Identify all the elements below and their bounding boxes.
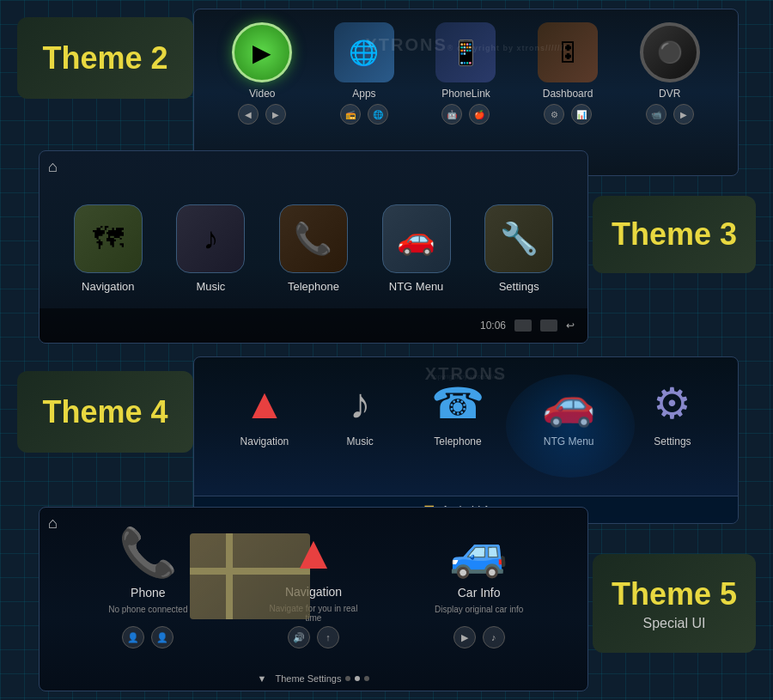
theme3-bottom-bar: 10:06 ↩ <box>40 308 587 343</box>
radio-btn[interactable]: 📻 <box>340 104 361 125</box>
car-icon: 🚗 <box>542 379 595 429</box>
theme2-apps-item[interactable]: 🌐 Apps <box>321 22 407 100</box>
theme5-icons-row: 📞 Phone No phone connected ▲ Navigation … <box>40 508 587 623</box>
phonelink-icon: 📱 <box>435 22 496 82</box>
dvr-icon: ⚫ <box>640 22 700 82</box>
theme2-label: Theme 2 <box>17 17 193 99</box>
dot3 <box>364 676 369 681</box>
arrow-btn[interactable]: ↑ <box>317 626 339 648</box>
theme5-number: 5 <box>720 576 737 612</box>
nav-icon: 🗺 <box>74 204 143 273</box>
theme4-icons-row: ▲ Navigation ♪ Music ☎ Telephone 🚗 NTG M… <box>194 357 738 452</box>
map-road-v <box>226 533 233 619</box>
dot2 <box>355 676 360 681</box>
volume-btn[interactable]: 🔊 <box>288 626 310 648</box>
video-label: Video <box>249 88 275 100</box>
android-btn[interactable]: 🤖 <box>441 104 462 125</box>
set-icon: 🔧 <box>484 204 553 273</box>
tel-label: Telephone <box>288 280 339 293</box>
battery-icon <box>540 320 557 332</box>
theme3-screen: ⌂ 🗺 Navigation ♪ Music 📞 Telephone 🚗 NTG… <box>39 150 588 344</box>
theme2-title: Theme 2 <box>42 40 167 76</box>
theme4-nav-item[interactable]: ▲ Navigation <box>240 379 289 447</box>
theme5-label: Theme 5 Special UI <box>593 554 756 653</box>
apple-btn[interactable]: 🍎 <box>469 104 490 125</box>
home-icon[interactable]: ⌂ <box>48 158 58 176</box>
theme2-sub-controls: ◀ ▶ 📻 🌐 🤖 🍎 ⚙ 📊 📹 ▶ <box>194 104 738 125</box>
theme4-screen: XTRONS copyright by xtrons/////// ▲ Navi… <box>193 356 739 524</box>
phone-label: Phone <box>131 586 165 600</box>
theme3-tel-item[interactable]: 📞 Telephone <box>279 204 348 293</box>
dvr-label: DVR <box>659 88 680 100</box>
theme4-set-item[interactable]: ⚙ Settings <box>653 379 691 447</box>
theme4-title: Theme 4 <box>42 394 167 430</box>
contacts-btn[interactable]: 👤 <box>122 626 144 648</box>
theme5-carinfo-item[interactable]: 🚙 Car Info Display original car info <box>428 525 531 614</box>
theme5-bottom-bar: ▼ Theme Settings <box>40 667 587 691</box>
apps-icon: 🌐 <box>334 22 394 82</box>
theme5-controls-row: 👤 👤 🔊 ↑ ▶ ♪ <box>40 626 587 648</box>
arrow-down-icon: ▼ <box>258 673 267 684</box>
theme2-icons-row: ▶ Video 🌐 Apps 📱 PhoneLink 🎛 Dashboard ⚫… <box>194 9 738 104</box>
theme2-dashboard-item[interactable]: 🎛 Dashboard <box>525 22 611 100</box>
ntg-icon: 🚗 <box>382 204 451 273</box>
theme3-icons-row: 🗺 Navigation ♪ Music 📞 Telephone 🚗 NTG M… <box>40 151 587 306</box>
ntg-label: NTG Menu <box>389 280 444 293</box>
music-label: Music <box>196 280 225 293</box>
signal-icon <box>514 320 532 332</box>
ntg-label: NTG Menu <box>544 435 594 447</box>
apps-label: Apps <box>352 88 375 100</box>
phone-sublabel: No phone connected <box>108 605 187 614</box>
phone-icon: 📞 <box>119 525 178 581</box>
gear-icon: ⚙ <box>653 379 691 429</box>
set-label: Settings <box>499 280 539 293</box>
nav-ctrl-group: 🔊 ↑ <box>288 626 339 648</box>
play-btn[interactable]: ▶ <box>453 626 476 648</box>
theme2-phonelink-item[interactable]: 📱 PhoneLink <box>423 22 508 100</box>
theme4-music-item[interactable]: ♪ Music <box>346 379 373 447</box>
theme3-set-item[interactable]: 🔧 Settings <box>484 204 553 293</box>
chart-btn[interactable]: 📊 <box>571 104 592 125</box>
theme3-label: Theme 3 <box>593 196 756 273</box>
theme5-sublabel: Special UI <box>643 616 706 631</box>
dial-btn[interactable]: 👤 <box>151 626 173 648</box>
back-icon[interactable]: ↩ <box>566 320 575 332</box>
theme3-ntg-item[interactable]: 🚗 NTG Menu <box>382 204 451 293</box>
theme3-nav-item[interactable]: 🗺 Navigation <box>74 204 143 293</box>
prev-btn[interactable]: ◀ <box>238 104 259 125</box>
nav-label: Navigation <box>82 280 134 293</box>
theme3-music-item[interactable]: ♪ Music <box>176 204 245 293</box>
theme5-title: Theme 5 <box>612 576 737 612</box>
phonelink-label: PhoneLink <box>441 88 490 100</box>
play-btn[interactable]: ▶ <box>673 104 694 125</box>
home-icon[interactable]: ⌂ <box>48 514 58 533</box>
carinfo-label: Car Info <box>458 586 501 600</box>
music-btn[interactable]: ♪ <box>483 626 505 648</box>
phone-controls: 🤖 🍎 <box>423 104 508 125</box>
music-note-icon: ♪ <box>350 379 371 429</box>
status-time: 10:06 <box>480 320 506 332</box>
globe-btn[interactable]: 🌐 <box>368 104 388 125</box>
theme-settings-label: Theme Settings <box>275 673 341 684</box>
dash-controls: ⚙ 📊 <box>525 104 611 125</box>
apps-controls: 📻 🌐 <box>321 104 407 125</box>
theme2-dvr-item[interactable]: ⚫ DVR <box>627 22 713 100</box>
tel-icon: 📞 <box>279 204 348 273</box>
theme5-phone-item[interactable]: 📞 Phone No phone connected <box>96 525 199 614</box>
settings-btn[interactable]: ⚙ <box>544 104 564 125</box>
next-btn[interactable]: ▶ <box>265 104 286 125</box>
theme5-screen: ⌂ 📞 Phone No phone connected ▲ Navigatio… <box>39 507 588 691</box>
car-info-icon: 🚙 <box>449 525 508 581</box>
video-icon: ▶ <box>232 22 292 82</box>
theme4-tel-item[interactable]: ☎ Telephone <box>431 379 484 447</box>
music-icon: ♪ <box>176 204 245 273</box>
theme4-ntg-item[interactable]: 🚗 NTG Menu <box>542 379 595 447</box>
theme2-video-item[interactable]: ▶ Video <box>219 22 305 100</box>
set-label: Settings <box>654 435 691 447</box>
nav-arrow-icon: ▲ <box>243 379 286 429</box>
carinfo-sublabel: Display original car info <box>435 605 523 614</box>
dashboard-label: Dashboard <box>543 88 593 100</box>
camera-btn[interactable]: 📹 <box>646 104 666 125</box>
theme4-label: Theme 4 <box>17 371 193 453</box>
nav-icon: ▲ <box>290 525 337 580</box>
